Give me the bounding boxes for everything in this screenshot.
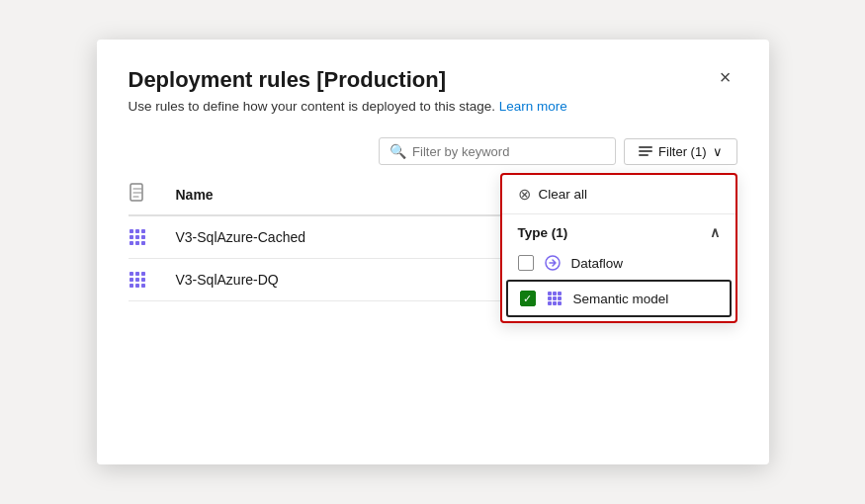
dialog-subtitle: Use rules to define how your content is …: [129, 99, 737, 114]
svg-rect-26: [130, 284, 133, 288]
col-icon-header: [129, 183, 176, 207]
svg-rect-25: [141, 278, 145, 282]
svg-rect-20: [130, 272, 133, 276]
svg-rect-4: [548, 296, 552, 300]
filter-icon: [639, 146, 652, 156]
dataflow-checkbox[interactable]: [518, 255, 534, 271]
svg-rect-17: [130, 241, 133, 245]
svg-rect-3: [558, 292, 562, 295]
svg-rect-2: [553, 292, 557, 295]
clear-all-icon: ⊗: [518, 185, 531, 204]
semantic-model-icon: [546, 290, 563, 307]
svg-rect-18: [135, 241, 139, 245]
svg-rect-23: [130, 278, 133, 282]
svg-rect-9: [558, 301, 562, 305]
svg-rect-13: [141, 229, 145, 233]
doc-icon: [129, 189, 146, 206]
svg-rect-6: [558, 296, 562, 300]
deployment-rules-dialog: Deployment rules [Production] × Use rule…: [97, 40, 769, 464]
svg-rect-14: [130, 235, 133, 239]
toolbar-row: 🔍 Filter (1) ∨ ⊗ Clear all Type (1): [129, 137, 737, 165]
svg-rect-1: [548, 292, 552, 295]
svg-rect-22: [141, 272, 145, 276]
search-icon: 🔍: [389, 143, 406, 159]
chevron-up-icon: ∧: [710, 224, 720, 240]
svg-rect-21: [135, 272, 139, 276]
filter-option-semantic-model[interactable]: ✓ Semantic model: [506, 280, 732, 317]
row-icon-2: [129, 271, 176, 289]
learn-more-link[interactable]: Learn more: [499, 99, 567, 114]
svg-rect-11: [130, 229, 133, 233]
clear-all-label: Clear all: [539, 187, 588, 202]
svg-rect-8: [553, 301, 557, 305]
row-icon-1: [129, 228, 176, 246]
dialog-title: Deployment rules [Production]: [129, 67, 446, 93]
search-box[interactable]: 🔍: [379, 137, 616, 165]
filter-label: Filter (1): [658, 144, 706, 159]
dialog-header: Deployment rules [Production] ×: [129, 67, 737, 93]
filter-button[interactable]: Filter (1) ∨: [624, 138, 736, 165]
svg-rect-19: [141, 241, 145, 245]
filter-lines-icon: [639, 146, 652, 156]
dataflow-label: Dataflow: [571, 256, 624, 271]
svg-rect-16: [141, 235, 145, 239]
filter-dropdown: ⊗ Clear all Type (1) ∧ Dataflow: [500, 173, 737, 323]
semantic-model-label: Semantic model: [573, 292, 669, 306]
semantic-model-checkbox[interactable]: ✓: [520, 291, 536, 306]
svg-rect-24: [135, 278, 139, 282]
search-input[interactable]: [412, 144, 605, 159]
chevron-down-icon: ∨: [713, 144, 723, 159]
svg-rect-15: [135, 235, 139, 239]
svg-rect-27: [135, 284, 139, 288]
close-button[interactable]: ×: [714, 65, 737, 89]
clear-all-button[interactable]: ⊗ Clear all: [502, 175, 735, 214]
svg-rect-28: [141, 284, 145, 288]
svg-rect-12: [135, 229, 139, 233]
svg-rect-7: [548, 301, 552, 305]
svg-rect-5: [553, 296, 557, 300]
filter-option-dataflow[interactable]: Dataflow: [502, 246, 735, 280]
dataflow-icon: [544, 254, 562, 272]
type-section-label: Type (1): [518, 225, 568, 240]
type-section-header: Type (1) ∧: [502, 214, 735, 246]
